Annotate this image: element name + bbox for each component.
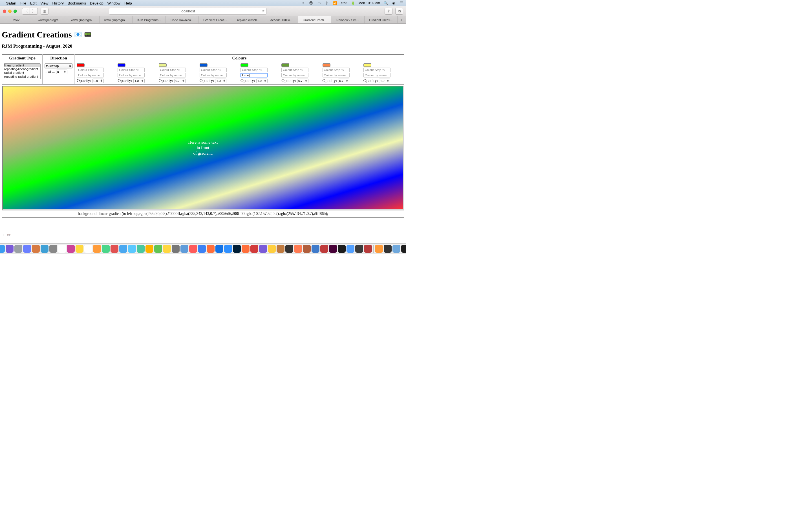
dock-app[interactable]: [294, 245, 302, 252]
wifi-icon[interactable]: 📶: [333, 1, 337, 5]
browser-tab[interactable]: www.rjmprogra...: [33, 16, 66, 23]
colour-stop-input[interactable]: Colour Stop %: [159, 68, 186, 72]
browser-tab[interactable]: Code Downloa...: [166, 16, 199, 23]
clock[interactable]: Mon 10:02 am: [358, 1, 380, 5]
dock-app[interactable]: [224, 245, 232, 252]
at-position-stepper[interactable]: 0 ▲▼: [56, 69, 67, 74]
browser-tab[interactable]: decodeURICo...: [265, 16, 298, 23]
reading-list-icon[interactable]: 👓: [7, 233, 11, 237]
dock-app[interactable]: [364, 245, 372, 252]
browser-tab[interactable]: www.rjmprogra...: [100, 16, 133, 23]
browser-tab[interactable]: Gradient Creati...: [364, 16, 398, 23]
colour-swatch[interactable]: [200, 63, 207, 67]
colour-name-input[interactable]: Lime|: [241, 73, 267, 77]
close-window-button[interactable]: [3, 10, 6, 13]
dock-app[interactable]: [329, 245, 337, 252]
colour-swatch[interactable]: [77, 63, 85, 67]
new-tab-button[interactable]: +: [398, 16, 406, 23]
email-icon[interactable]: 📧: [74, 31, 82, 38]
colour-swatch[interactable]: [322, 63, 331, 67]
colour-stop-input[interactable]: Colour Stop %: [241, 68, 267, 72]
dock-app[interactable]: [393, 245, 400, 252]
notifications-icon[interactable]: ☰: [399, 1, 404, 5]
dock-app[interactable]: [189, 245, 197, 252]
add-bookmark-icon[interactable]: +: [2, 233, 4, 237]
dock-app[interactable]: [172, 245, 180, 252]
dock-app[interactable]: [93, 245, 101, 252]
colour-stop-input[interactable]: Colour Stop %: [117, 68, 145, 72]
dock-app[interactable]: [233, 245, 241, 252]
dock-app[interactable]: [154, 245, 162, 252]
dock-app[interactable]: [285, 245, 293, 252]
colour-stop-input[interactable]: Colour Stop %: [363, 68, 391, 72]
opacity-stepper[interactable]: 1.0▲▼: [256, 78, 267, 83]
app-name[interactable]: Safari: [6, 1, 16, 5]
menu-bookmarks[interactable]: Bookmarks: [68, 1, 86, 5]
dock-app[interactable]: [215, 245, 223, 252]
battery-icon[interactable]: 🔋: [350, 1, 355, 5]
dock-app[interactable]: [401, 245, 406, 252]
colour-name-input[interactable]: Colour by name: [77, 73, 104, 77]
opacity-stepper[interactable]: 0.7▲▼: [297, 78, 308, 83]
colour-name-input[interactable]: Colour by name: [200, 73, 227, 77]
display-icon[interactable]: ▭: [317, 1, 321, 5]
colour-swatch[interactable]: [282, 63, 289, 67]
dock-app[interactable]: [355, 245, 363, 252]
browser-tab[interactable]: RJM Programm...: [133, 16, 166, 23]
dock-app[interactable]: [75, 245, 84, 252]
colour-swatch[interactable]: [363, 63, 371, 67]
opacity-stepper[interactable]: 0.7▲▼: [338, 78, 349, 83]
menu-edit[interactable]: Edit: [30, 1, 36, 5]
dock-app[interactable]: [375, 245, 383, 252]
colour-stop-input[interactable]: Colour Stop %: [322, 68, 350, 72]
menu-window[interactable]: Window: [107, 1, 120, 5]
menu-help[interactable]: Help: [124, 1, 132, 5]
colour-swatch[interactable]: [241, 63, 248, 67]
menu-history[interactable]: History: [52, 1, 63, 5]
opacity-stepper[interactable]: 0.7▲▼: [174, 78, 186, 83]
device-icon[interactable]: 📟: [84, 31, 92, 38]
back-button[interactable]: 〈: [22, 8, 30, 15]
dock-app[interactable]: [338, 245, 346, 252]
minimize-window-button[interactable]: [8, 10, 11, 13]
forward-button[interactable]: 〉: [30, 8, 38, 15]
dock-app[interactable]: [320, 245, 328, 252]
dock-app[interactable]: [14, 245, 22, 252]
dock-app[interactable]: [128, 245, 136, 252]
browser-tab[interactable]: www.rjmprogra...: [66, 16, 100, 23]
dock-app[interactable]: [250, 245, 258, 252]
dock-app[interactable]: [0, 245, 5, 252]
colour-name-input[interactable]: Colour by name: [159, 73, 186, 77]
menu-file[interactable]: File: [20, 1, 26, 5]
opacity-stepper[interactable]: 1.0▲▼: [379, 78, 390, 83]
dock-app[interactable]: [6, 245, 13, 252]
dock-app[interactable]: [276, 245, 285, 252]
dock-app[interactable]: [119, 245, 127, 252]
dock-app[interactable]: [102, 245, 110, 252]
colour-name-input[interactable]: Colour by name: [363, 73, 391, 77]
spotlight-icon[interactable]: 🔍: [384, 1, 388, 5]
dock-app[interactable]: [49, 245, 57, 252]
direction-select[interactable]: to left top ⇅: [45, 63, 73, 68]
menu-develop[interactable]: Develop: [90, 1, 103, 5]
dock-app[interactable]: [181, 245, 188, 252]
dock-app[interactable]: [259, 245, 267, 252]
menu-view[interactable]: View: [41, 1, 49, 5]
browser-tab[interactable]: Gradient Creati...: [199, 16, 232, 23]
dock-app[interactable]: [198, 245, 206, 252]
dock-app[interactable]: [384, 245, 392, 252]
dock-app[interactable]: [23, 245, 31, 252]
dock-app[interactable]: [67, 245, 75, 252]
dock-app[interactable]: [137, 245, 145, 252]
opacity-stepper[interactable]: 1.0▲▼: [133, 78, 145, 83]
colour-name-input[interactable]: Colour by name: [117, 73, 145, 77]
colour-swatch[interactable]: [159, 63, 167, 67]
dock-app[interactable]: [146, 245, 153, 252]
share-button[interactable]: ⇪: [385, 8, 393, 15]
browser-tab[interactable]: replace w3sch...: [232, 16, 265, 23]
sidebar-toggle-button[interactable]: ▥: [41, 8, 49, 15]
colour-stop-input[interactable]: Colour Stop %: [77, 68, 104, 72]
colour-swatch[interactable]: [117, 63, 125, 67]
gradient-type-select[interactable]: linear-gradientrepeating-linear-gradient…: [4, 63, 41, 79]
browser-tab[interactable]: Gradient Creati...: [298, 16, 332, 23]
